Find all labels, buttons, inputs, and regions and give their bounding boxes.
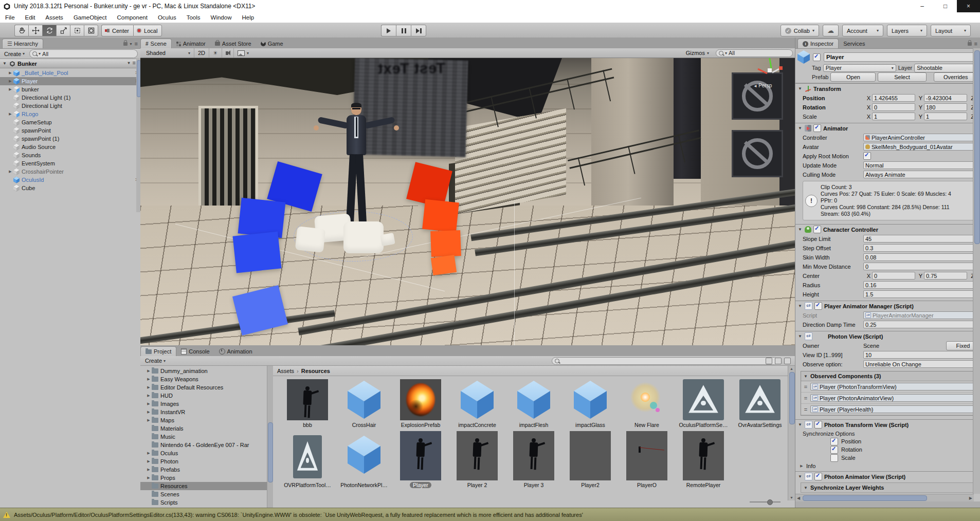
value-field[interactable]: 0.16: [863, 281, 980, 289]
expand-arrow-icon[interactable]: ▶: [7, 71, 13, 75]
scrollbar-thumb[interactable]: [268, 422, 273, 482]
foldout-icon[interactable]: ▼: [797, 334, 803, 339]
sync-checkbox[interactable]: [830, 454, 838, 462]
avatar-object-field[interactable]: SkelMesh_Bodyguard_01Avatar: [863, 143, 980, 151]
asset-item[interactable]: OvrAvatarSettings: [732, 379, 788, 428]
scrollbar-thumb[interactable]: [803, 495, 927, 501]
panel-menu-icon[interactable]: ≡: [135, 41, 137, 47]
menu-item[interactable]: Window: [206, 12, 237, 23]
cloud-button[interactable]: ☁: [823, 25, 839, 36]
play-button[interactable]: [381, 25, 396, 36]
folder-row[interactable]: ▶ Editor Default Resources: [140, 383, 267, 392]
tab-inspector[interactable]: iInspector: [797, 39, 839, 48]
expand-arrow-icon[interactable]: ▶: [7, 170, 13, 174]
asset-item[interactable]: Player 2: [449, 431, 505, 488]
view-tab[interactable]: Animator: [172, 39, 210, 48]
folder-row[interactable]: ▶ Images: [140, 400, 267, 408]
audio-toggle[interactable]: [222, 48, 234, 58]
expand-arrow-icon[interactable]: ▶: [146, 402, 152, 406]
asset-item[interactable]: Player 3: [505, 431, 562, 488]
hierarchy-item[interactable]: GameSetup: [0, 118, 140, 126]
asset-item[interactable]: Player2: [562, 431, 619, 488]
expand-arrow-icon[interactable]: ▶: [146, 385, 152, 389]
foldout-icon[interactable]: ▼: [2, 61, 7, 66]
enabled-checkbox[interactable]: [814, 473, 822, 480]
drag-handle-icon[interactable]: =: [803, 384, 809, 390]
culling-mode-dropdown[interactable]: Always Animate: [863, 171, 980, 178]
project-search-input[interactable]: [552, 357, 778, 365]
hierarchy-item[interactable]: Sounds: [0, 151, 140, 159]
scroll-left-icon[interactable]: ◀: [797, 496, 800, 500]
enabled-checkbox[interactable]: [813, 226, 821, 233]
search-by-label-icon[interactable]: [775, 358, 782, 364]
slider-knob[interactable]: [767, 499, 773, 505]
sync-checkbox[interactable]: [830, 446, 838, 454]
effects-dropdown[interactable]: ▾: [234, 48, 252, 58]
x-field[interactable]: 1.426455: [872, 94, 915, 102]
hierarchy-item[interactable]: ▶ Player ›: [0, 77, 140, 85]
panel-menu-icon[interactable]: ≡: [974, 41, 977, 47]
script-object-field[interactable]: c#PlayerAnimatorManager: [863, 311, 980, 319]
hierarchy-item[interactable]: Cube: [0, 184, 140, 192]
folder-row[interactable]: Resources: [140, 482, 267, 490]
lock-icon[interactable]: [968, 42, 972, 46]
expand-arrow-icon[interactable]: ▶: [146, 451, 152, 455]
expand-arrow-icon[interactable]: ▶: [146, 468, 152, 472]
thumbnail-size-slider[interactable]: [750, 499, 781, 505]
folder-row[interactable]: ▶ Props: [140, 474, 267, 482]
active-checkbox[interactable]: [813, 53, 821, 61]
view-tab[interactable]: Asset Store: [210, 39, 256, 48]
close-button[interactable]: ×: [957, 0, 980, 12]
hierarchy-item[interactable]: ▶ bunker: [0, 85, 140, 94]
layers-dropdown[interactable]: Layers▾: [887, 25, 927, 36]
observe-option-dropdown[interactable]: Unreliable On Change: [863, 360, 980, 368]
menu-item[interactable]: Help: [237, 12, 259, 23]
value-field[interactable]: 1.5: [863, 290, 980, 298]
value-field[interactable]: 45: [863, 235, 980, 243]
panel-tab[interactable]: Animation: [214, 347, 257, 356]
menu-item[interactable]: Tools: [182, 12, 206, 23]
scale-tool-button[interactable]: [56, 25, 70, 36]
expand-arrow-icon[interactable]: ▶: [146, 377, 152, 381]
asset-item[interactable]: Player: [392, 431, 449, 488]
chevron-down-icon[interactable]: ▾: [128, 61, 130, 65]
collab-button[interactable]: ✓Collab▾: [781, 25, 819, 36]
drag-handle-icon[interactable]: =: [803, 406, 809, 413]
asset-item[interactable]: OVRPlatformTool…: [279, 435, 336, 488]
status-bar[interactable]: Assets/Oculus/Platform/Editor/OculusPlat…: [0, 508, 980, 521]
controller-object-field[interactable]: PlayerAnimController: [863, 134, 980, 141]
2d-toggle[interactable]: 2D: [194, 48, 209, 58]
sync-checkbox[interactable]: [830, 438, 838, 445]
foldout-icon[interactable]: ▼: [797, 474, 803, 479]
create-button[interactable]: Create▾: [143, 358, 167, 364]
asset-item[interactable]: impactFlesh: [505, 379, 562, 428]
asset-item[interactable]: bbb: [279, 379, 336, 428]
x-field[interactable]: 0: [872, 272, 915, 280]
menu-item[interactable]: File: [0, 12, 20, 23]
inspector-scrollbar[interactable]: [973, 48, 980, 494]
menu-item[interactable]: Edit: [20, 12, 41, 23]
folder-row[interactable]: ▶ Dummy_animation: [140, 367, 267, 375]
gizmo-center-cube[interactable]: [768, 68, 772, 72]
scroll-down-icon[interactable]: ▼: [790, 496, 793, 499]
enabled-checkbox[interactable]: [814, 302, 822, 310]
minimize-button[interactable]: –: [911, 0, 934, 12]
foldout-icon[interactable]: ▼: [797, 304, 803, 308]
foldout-icon[interactable]: ▼: [803, 486, 808, 490]
asset-item[interactable]: PhotonNetworkPl…: [336, 434, 392, 488]
foldout-icon[interactable]: ▼: [797, 422, 803, 427]
view-id-field[interactable]: 10: [863, 351, 980, 359]
hierarchy-item[interactable]: spawnPoint: [0, 126, 140, 135]
account-dropdown[interactable]: Account▾: [842, 25, 883, 36]
rect-tool-button[interactable]: [70, 25, 84, 36]
asset-item[interactable]: PlayerO: [619, 431, 675, 488]
step-button[interactable]: [411, 25, 426, 36]
scene-menu-icon[interactable]: ≡: [133, 60, 135, 66]
asset-item[interactable]: OculusPlatformSe…: [675, 379, 732, 428]
expand-arrow-icon[interactable]: ▶: [798, 464, 805, 468]
folder-row[interactable]: Music: [140, 433, 267, 441]
layer-dropdown[interactable]: Shootable: [914, 64, 978, 72]
scene-search-input[interactable]: ▾All: [716, 49, 793, 57]
view-tab[interactable]: Game: [256, 39, 288, 48]
menu-item[interactable]: Component: [112, 12, 152, 23]
